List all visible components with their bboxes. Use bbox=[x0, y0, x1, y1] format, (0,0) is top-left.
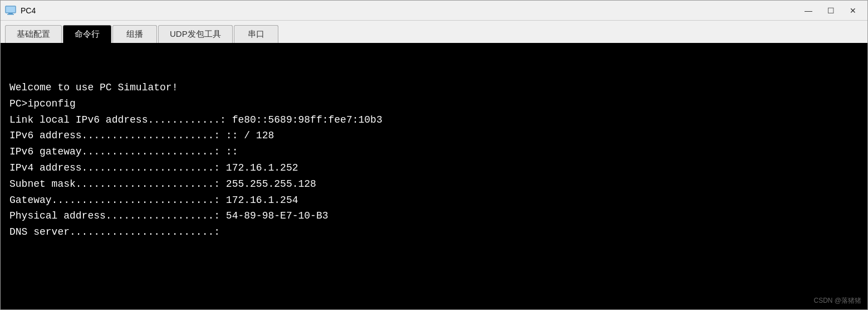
tab-bar: 基础配置 命令行 组播 UDP发包工具 串口 bbox=[1, 21, 867, 43]
terminal-line: DNS server........................: bbox=[9, 224, 859, 240]
close-button[interactable]: ✕ bbox=[843, 3, 863, 18]
terminal-line: Physical address..................: 54-8… bbox=[9, 208, 859, 224]
title-bar: PC4 — ☐ ✕ bbox=[1, 1, 867, 21]
terminal-line: Link local IPv6 address............: fe8… bbox=[9, 112, 859, 128]
tab-basic[interactable]: 基础配置 bbox=[5, 25, 62, 43]
terminal-line: IPv6 gateway......................: :: bbox=[9, 144, 859, 160]
svg-rect-2 bbox=[7, 14, 14, 15]
title-controls: — ☐ ✕ bbox=[798, 3, 863, 18]
tab-udp[interactable]: UDP发包工具 bbox=[158, 25, 233, 43]
terminal-line: IPv4 address......................: 172.… bbox=[9, 160, 859, 176]
main-window: PC4 — ☐ ✕ 基础配置 命令行 组播 UDP发包工具 串口 Welcome… bbox=[0, 0, 868, 310]
terminal-line: Subnet mask.......................: 255.… bbox=[9, 176, 859, 192]
tab-serial[interactable]: 串口 bbox=[234, 25, 278, 43]
watermark: CSDN @落猪猪 bbox=[813, 296, 861, 306]
terminal-line: IPv6 address......................: :: /… bbox=[9, 128, 859, 144]
terminal-output[interactable]: Welcome to use PC Simulator!PC>ipconfigL… bbox=[1, 43, 867, 309]
minimize-button[interactable]: — bbox=[798, 3, 818, 18]
tab-multicast[interactable]: 组播 bbox=[112, 25, 157, 43]
svg-rect-1 bbox=[8, 13, 13, 14]
terminal-line: Welcome to use PC Simulator! bbox=[9, 80, 859, 96]
tab-cmd[interactable]: 命令行 bbox=[63, 25, 111, 43]
window-title: PC4 bbox=[21, 6, 36, 15]
terminal-line: Gateway...........................: 172.… bbox=[9, 192, 859, 209]
pc-icon bbox=[5, 5, 16, 16]
terminal-line: PC>ipconfig bbox=[9, 96, 859, 112]
svg-rect-3 bbox=[6, 7, 15, 12]
title-bar-left: PC4 bbox=[5, 5, 36, 16]
maximize-button[interactable]: ☐ bbox=[821, 3, 841, 18]
